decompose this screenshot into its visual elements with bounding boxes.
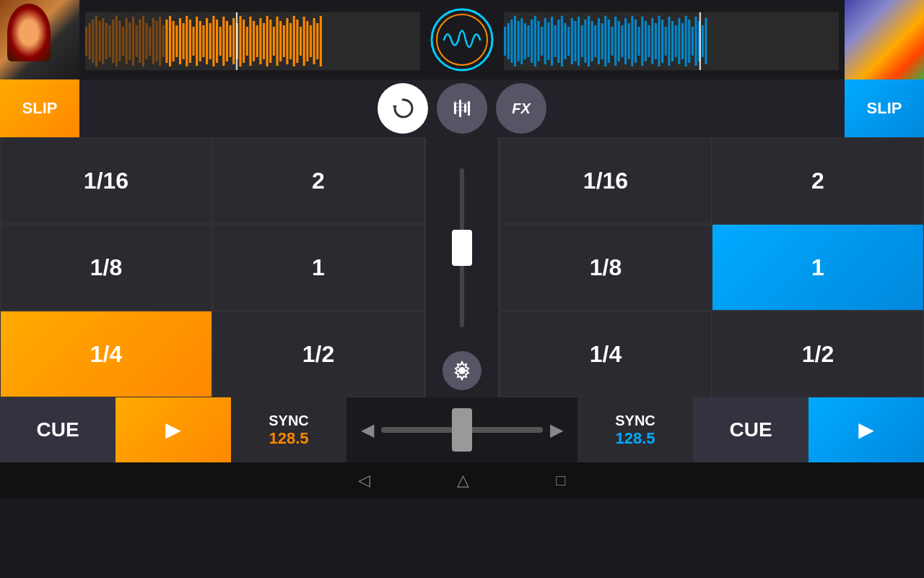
svg-rect-114 (631, 16, 633, 66)
settings-button[interactable] (443, 351, 481, 390)
svg-rect-59 (279, 21, 282, 61)
svg-rect-87 (541, 27, 543, 56)
svg-rect-130 (685, 16, 687, 66)
crossfader[interactable]: ◀ ▶ (346, 397, 578, 462)
svg-rect-129 (681, 23, 684, 59)
svg-rect-110 (618, 21, 620, 61)
home-button[interactable]: △ (457, 471, 469, 490)
svg-rect-70 (316, 23, 318, 59)
left-slip-button[interactable]: SLIP (0, 79, 79, 137)
right-track-info: -1:08 The Flow Funky Trunkers (498, 9, 845, 70)
svg-rect-136 (705, 18, 707, 64)
eq-button[interactable] (437, 83, 487, 134)
svg-rect-117 (641, 17, 643, 66)
svg-rect-2 (89, 23, 91, 59)
back-button[interactable]: ◁ (358, 471, 370, 490)
svg-rect-116 (638, 27, 640, 56)
svg-rect-49 (246, 27, 248, 56)
right-loop-1-16[interactable]: 1/16 (500, 137, 712, 224)
left-loop-1[interactable]: 1 (212, 224, 424, 311)
right-cue-button[interactable]: CUE (693, 397, 808, 462)
svg-rect-48 (243, 20, 245, 63)
left-loop-1-8[interactable]: 1/8 (0, 224, 212, 311)
svg-rect-36 (202, 25, 204, 57)
left-loop-2[interactable]: 2 (212, 137, 424, 224)
svg-rect-82 (524, 23, 526, 59)
svg-rect-112 (624, 18, 627, 64)
svg-rect-30 (183, 23, 185, 59)
svg-rect-10 (116, 16, 118, 66)
svg-rect-63 (293, 16, 295, 66)
right-play-button[interactable]: ► (808, 397, 924, 462)
svg-rect-68 (310, 25, 312, 57)
svg-rect-67 (306, 21, 308, 61)
reset-button[interactable] (378, 83, 428, 134)
cf-left-arrow-icon: ◀ (361, 420, 374, 440)
svg-rect-120 (651, 18, 653, 64)
svg-rect-128 (678, 18, 680, 64)
left-sync[interactable]: SYNC 128.5 (231, 397, 346, 462)
svg-rect-12 (122, 27, 124, 56)
svg-rect-124 (665, 27, 667, 56)
svg-rect-96 (571, 18, 573, 64)
right-loop-1-8[interactable]: 1/8 (500, 224, 712, 311)
svg-rect-131 (688, 20, 690, 63)
right-loop-1[interactable]: 1 (712, 224, 924, 311)
svg-rect-76 (504, 27, 506, 56)
svg-rect-35 (199, 21, 201, 61)
svg-rect-54 (263, 23, 265, 59)
top-bar: -4:25 Well DJ Sneak (0, 0, 924, 79)
right-slip-button[interactable]: SLIP (845, 79, 924, 137)
svg-rect-99 (581, 25, 583, 57)
left-loop-1-4[interactable]: 1/4 (0, 311, 212, 397)
svg-rect-9 (112, 20, 114, 63)
svg-rect-94 (565, 23, 567, 59)
svg-rect-7 (105, 23, 108, 59)
svg-rect-17 (139, 20, 141, 63)
right-sync[interactable]: SYNC 128.5 (578, 397, 693, 462)
svg-rect-55 (266, 16, 269, 66)
svg-rect-62 (289, 23, 292, 59)
svg-rect-5 (99, 21, 101, 61)
svg-rect-80 (518, 21, 520, 61)
svg-rect-31 (186, 16, 188, 66)
cf-thumb[interactable] (452, 408, 472, 452)
svg-rect-19 (146, 23, 148, 59)
svg-rect-26 (169, 16, 171, 66)
svg-rect-103 (594, 25, 596, 57)
left-loop-1-2[interactable]: 1/2 (212, 311, 424, 397)
svg-rect-86 (537, 21, 539, 61)
svg-rect-122 (658, 16, 660, 66)
recents-button[interactable]: □ (556, 471, 565, 490)
fx-button[interactable]: FX (496, 83, 546, 134)
right-loop-grid: 1/16 2 1/8 1 1/4 1/2 (498, 137, 924, 397)
svg-rect-81 (520, 18, 523, 64)
svg-rect-83 (527, 25, 529, 57)
svg-rect-125 (668, 17, 670, 66)
svg-rect-121 (655, 23, 657, 59)
svg-rect-15 (132, 17, 134, 66)
center-column (426, 137, 498, 397)
svg-rect-79 (514, 16, 516, 66)
right-loop-1-4[interactable]: 1/4 (500, 311, 712, 397)
svg-rect-107 (608, 20, 610, 63)
svg-rect-100 (584, 20, 586, 63)
svg-rect-20 (149, 27, 151, 56)
left-cue-button[interactable]: CUE (0, 397, 116, 462)
right-loop-2[interactable]: 2 (712, 137, 924, 224)
left-loop-1-16[interactable]: 1/16 (0, 137, 212, 224)
svg-rect-50 (249, 17, 251, 66)
svg-rect-1 (85, 27, 87, 56)
left-waveform (85, 12, 420, 70)
svg-marker-138 (393, 105, 397, 110)
svg-rect-25 (165, 20, 167, 63)
svg-rect-132 (692, 27, 694, 56)
svg-rect-144 (453, 106, 471, 108)
svg-rect-60 (283, 25, 285, 57)
svg-rect-24 (162, 25, 165, 57)
svg-rect-29 (179, 18, 181, 64)
cf-track (381, 427, 543, 433)
right-loop-1-2[interactable]: 1/2 (712, 311, 924, 397)
left-play-button[interactable]: ► (116, 397, 231, 462)
svg-rect-56 (269, 20, 271, 63)
